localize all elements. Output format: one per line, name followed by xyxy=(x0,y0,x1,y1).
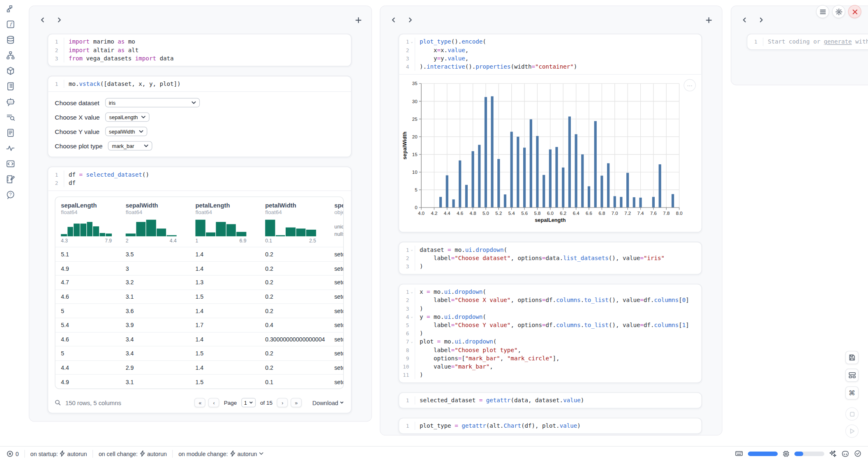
chart-actions-button[interactable]: ⋯ xyxy=(683,79,696,92)
first-page-button[interactable]: « xyxy=(194,398,205,408)
code-editor[interactable]: 1mo.vstack([dataset, x, y, plot]) xyxy=(48,76,351,91)
prev-page-button[interactable]: ‹ xyxy=(208,398,219,408)
layout-button[interactable] xyxy=(845,369,859,382)
code-line[interactable]: 4).interactive().properties(width="conta… xyxy=(399,62,701,71)
code-editor[interactable]: 1import marimo as mo2import altair as al… xyxy=(48,35,351,66)
code-line[interactable]: 3 y=y.value, xyxy=(399,54,701,62)
code-line[interactable]: 2df xyxy=(48,179,351,187)
fold-chevron-icon[interactable]: ⌄ xyxy=(409,288,414,296)
sidebar-variables-icon[interactable] xyxy=(6,144,15,153)
download-button[interactable]: Download xyxy=(312,399,344,406)
ai-sparkles-icon[interactable] xyxy=(829,450,837,457)
code-line[interactable]: 1⌄x = mo.ui.dropdown( xyxy=(399,288,701,296)
table-row[interactable]: 53.61.40.2setosa xyxy=(55,304,343,318)
column-next-button[interactable] xyxy=(55,16,64,25)
table-row[interactable]: 5.43.91.70.4setosa xyxy=(55,318,343,332)
sidebar-logs-icon[interactable] xyxy=(6,82,15,91)
code-line[interactable]: 2 label="Choose X value", options=df.col… xyxy=(399,296,701,304)
sidebar-functions-icon[interactable]: f xyxy=(6,20,15,29)
code-editor[interactable]: 1df = selected_dataset()2df xyxy=(48,167,351,191)
sidebar-help-icon[interactable]: ? xyxy=(6,190,15,199)
code-line[interactable]: 3) xyxy=(399,262,701,270)
errors-indicator[interactable]: 0 xyxy=(7,450,18,457)
code-line[interactable]: 4⌄y = mo.ui.dropdown( xyxy=(399,313,701,321)
shutdown-button[interactable] xyxy=(848,5,861,18)
code-line[interactable]: 1mo.vstack([dataset, x, y, plot]) xyxy=(48,80,351,88)
code-line[interactable]: 3) xyxy=(399,304,701,313)
plot-type-select[interactable]: mark_bar xyxy=(108,141,152,150)
sidebar-scratchpad-icon[interactable] xyxy=(6,175,15,184)
run-all-button[interactable] xyxy=(845,424,859,438)
table-row[interactable]: 4.93.11.50.1setosa xyxy=(55,374,343,388)
code-line[interactable]: 1plot_type = getattr(alt.Chart(df), plot… xyxy=(399,422,701,430)
sidebar-snippets-icon[interactable] xyxy=(6,159,15,168)
column-prev-button[interactable] xyxy=(389,16,398,25)
next-page-button[interactable]: › xyxy=(277,398,288,408)
dataset-select[interactable]: iris xyxy=(105,98,199,107)
last-page-button[interactable]: » xyxy=(291,398,302,408)
fold-chevron-icon[interactable]: ⌄ xyxy=(409,38,414,46)
code-line[interactable]: 2 x=x.value, xyxy=(399,46,701,54)
sidebar-file-explorer-icon[interactable] xyxy=(6,5,15,14)
fold-chevron-icon[interactable]: ⌄ xyxy=(409,338,414,346)
code-editor[interactable]: 1⌄dataset = mo.ui.dropdown(2 label="Choo… xyxy=(399,242,701,274)
column-next-button[interactable] xyxy=(757,16,766,25)
sidebar-ai-chat-icon[interactable] xyxy=(6,97,15,106)
y-value-select[interactable]: sepalWidth xyxy=(105,127,147,136)
column-header[interactable]: petalWidthfloat640.12.5 xyxy=(260,197,329,247)
keyboard-shortcuts-button[interactable]: ⌘ xyxy=(845,386,859,399)
table-row[interactable]: 4.63.41.40.30000000000000004setosa xyxy=(55,332,343,346)
connection-status-icon[interactable] xyxy=(854,450,861,457)
notebook-menu-button[interactable] xyxy=(816,5,829,18)
sidebar-tracing-icon[interactable] xyxy=(6,113,15,122)
code-line[interactable]: 7⌄plot = mo.ui.dropdown( xyxy=(399,338,701,346)
interrupt-button[interactable] xyxy=(845,407,859,420)
code-line[interactable]: 1df = selected_dataset() xyxy=(48,171,351,179)
column-header[interactable]: sepalWidthfloat6424.4 xyxy=(120,197,190,247)
page-select[interactable]: 1 xyxy=(241,398,256,408)
add-cell-button[interactable] xyxy=(354,16,363,25)
column-next-button[interactable] xyxy=(406,16,415,25)
save-button[interactable] xyxy=(845,351,859,364)
run-config-item[interactable]: on startup:autorun xyxy=(30,450,87,457)
code-line[interactable]: 11) xyxy=(399,371,701,379)
run-config-item[interactable]: on module change:autorun xyxy=(178,450,263,457)
code-line[interactable]: 1import marimo as mo xyxy=(48,38,351,46)
code-line[interactable]: 2 label="Choose dataset", options=data.l… xyxy=(399,254,701,262)
code-editor[interactable]: 1 Start coding or generate with xyxy=(747,35,868,49)
column-prev-button[interactable] xyxy=(740,16,749,25)
table-row[interactable]: 4.42.91.40.2setosa xyxy=(55,360,343,374)
column-header[interactable]: sepalLengthfloat644.37.9 xyxy=(55,197,120,247)
code-line[interactable]: 3from vega_datasets import data xyxy=(48,54,351,62)
column-header[interactable]: speciesobjectunique:nulls: xyxy=(329,197,344,247)
sidebar-packages-icon[interactable] xyxy=(6,67,15,76)
table-row[interactable]: 53.41.50.2setosa xyxy=(55,346,343,360)
column-prev-button[interactable] xyxy=(38,16,47,25)
copilot-icon[interactable] xyxy=(841,450,849,457)
search-icon[interactable] xyxy=(55,400,61,406)
code-editor[interactable]: 1selected_dataset = getattr(data, datase… xyxy=(399,393,701,408)
code-line[interactable]: 9 options=["mark_bar", "mark_circle"], xyxy=(399,354,701,362)
run-config-item[interactable]: on cell change:autorun xyxy=(99,450,167,457)
fold-chevron-icon[interactable]: ⌄ xyxy=(409,246,414,254)
settings-button[interactable] xyxy=(832,5,845,18)
code-editor[interactable]: 1⌄plot_type().encode(2 x=x.value,3 y=y.v… xyxy=(399,35,701,74)
code-line[interactable]: 1⌄dataset = mo.ui.dropdown( xyxy=(399,246,701,254)
table-row[interactable]: 4.63.11.50.2setosa xyxy=(55,289,343,303)
fold-chevron-icon[interactable]: ⌄ xyxy=(409,313,414,321)
code-line[interactable]: 2import altair as alt xyxy=(48,46,351,54)
generate-with-ai-link[interactable]: generate xyxy=(824,38,852,45)
code-editor[interactable]: 1plot_type = getattr(alt.Chart(df), plot… xyxy=(399,418,701,433)
x-value-select[interactable]: sepalLength xyxy=(105,112,150,122)
code-editor[interactable]: 1⌄x = mo.ui.dropdown(2 label="Choose X v… xyxy=(399,284,701,382)
add-cell-button[interactable] xyxy=(704,16,713,25)
code-line[interactable]: 10 value="mark_bar", xyxy=(399,362,701,371)
sidebar-datasources-icon[interactable] xyxy=(6,35,15,44)
code-line[interactable]: 1selected_dataset = getattr(data, datase… xyxy=(399,396,701,404)
table-row[interactable]: 4.931.40.2setosa xyxy=(55,261,343,275)
code-line[interactable]: 8 label="Choose plot type", xyxy=(399,346,701,354)
table-row[interactable]: 5.13.51.40.2setosa xyxy=(55,247,343,261)
sidebar-documentation-icon[interactable] xyxy=(6,128,15,137)
column-header[interactable]: petalLengthfloat6416.9 xyxy=(190,197,260,247)
sidebar-dependency-graph-icon[interactable] xyxy=(6,51,15,60)
